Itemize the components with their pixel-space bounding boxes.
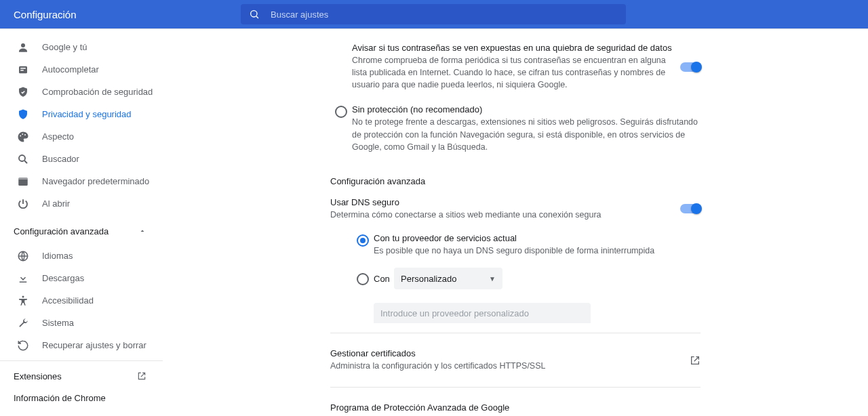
- sidebar-item-label: Comprobación de seguridad: [42, 87, 153, 97]
- setting-desc: Determina cómo conectarse a sitios web m…: [330, 209, 673, 221]
- row-title: Programa de Protección Avanzada de Googl…: [330, 402, 690, 413]
- dns-option-desc: Es posible que no haya un DNS seguro dis…: [374, 245, 701, 257]
- search-placeholder: Buscar ajustes: [271, 9, 328, 20]
- row-manage-certificates[interactable]: Gestionar certificados Administra la con…: [330, 343, 701, 377]
- sidebar-item-label: Descargas: [42, 273, 84, 283]
- open-in-new-icon: [137, 371, 146, 381]
- radio-no-protection[interactable]: [335, 106, 347, 118]
- sidebar-advanced-label: Configuración avanzada: [14, 226, 108, 236]
- main-content: Avisar si tus contraseñas se ven expuest…: [322, 29, 709, 416]
- main-scroll[interactable]: Avisar si tus contraseñas se ven expuest…: [163, 29, 868, 416]
- sidebar-item-label: Sistema: [42, 318, 74, 328]
- svg-point-2: [21, 43, 25, 47]
- sidebar-item-label: Accesibilidad: [42, 295, 94, 306]
- sidebar-extensions-label: Extensiones: [14, 371, 62, 381]
- sidebar-item-label: Aspecto: [42, 131, 74, 142]
- sidebar-item-accessibility[interactable]: Accesibilidad: [0, 289, 163, 312]
- sidebar-item-label: Al abrir: [42, 199, 70, 209]
- svg-point-6: [20, 135, 21, 136]
- sidebar-item-label: Autocompletar: [42, 64, 99, 75]
- sidebar-item-label: Buscador: [42, 154, 79, 164]
- browser-icon: [16, 175, 30, 188]
- svg-rect-4: [20, 68, 26, 69]
- setting-title: Usar DNS seguro: [330, 197, 673, 207]
- svg-rect-14: [20, 281, 27, 283]
- sidebar: Google y tú Autocompletar Comprobación d…: [0, 29, 163, 416]
- palette-icon: [16, 130, 30, 144]
- svg-point-0: [251, 11, 257, 17]
- radio-dns-current[interactable]: [357, 234, 369, 247]
- shield-icon: [16, 108, 30, 121]
- sidebar-item-default-browser[interactable]: Navegador predeterminado: [0, 170, 163, 192]
- setting-no-protection: Sin protección (no recomendado) No te pr…: [330, 98, 701, 159]
- search-icon: [249, 9, 260, 20]
- sidebar-item-google-and-you[interactable]: Google y tú: [0, 36, 163, 58]
- row-title: Gestionar certificados: [330, 348, 690, 358]
- sidebar-item-label: Navegador predeterminado: [42, 176, 149, 186]
- settings-title: Configuración: [0, 9, 241, 20]
- globe-icon: [16, 249, 30, 263]
- svg-rect-5: [20, 70, 24, 71]
- sidebar-item-label: Google y tú: [42, 42, 87, 52]
- dns-custom-provider-input[interactable]: Introduce un proveedor personalizado: [374, 303, 591, 323]
- download-icon: [16, 272, 30, 285]
- dns-option-custom: Con Personalizado ▼: [330, 262, 701, 295]
- shield-check-icon: [16, 85, 30, 99]
- svg-line-10: [24, 161, 27, 163]
- sidebar-item-label: Privacidad y seguridad: [42, 109, 132, 119]
- row-desc: Administra la configuración y los certif…: [330, 360, 690, 372]
- sidebar-item-label: Recuperar ajustes y borrar: [42, 340, 146, 350]
- svg-rect-12: [18, 178, 28, 180]
- sidebar-item-safety-check[interactable]: Comprobación de seguridad: [0, 81, 163, 103]
- sidebar-advanced-toggle[interactable]: Configuración avanzada: [0, 217, 163, 245]
- sidebar-item-reset[interactable]: Recuperar ajustes y borrar: [0, 334, 163, 356]
- toggle-secure-dns[interactable]: [680, 204, 701, 213]
- restore-icon: [16, 339, 30, 352]
- sidebar-item-autofill[interactable]: Autocompletar: [0, 58, 163, 81]
- power-icon: [16, 197, 30, 211]
- autofill-icon: [16, 63, 30, 77]
- svg-point-7: [22, 133, 23, 134]
- chevron-down-icon: ▼: [489, 275, 496, 283]
- svg-point-9: [19, 155, 25, 161]
- dns-provider-dropdown[interactable]: Personalizado ▼: [394, 268, 502, 289]
- sidebar-item-downloads[interactable]: Descargas: [0, 267, 163, 289]
- sidebar-item-privacy-security[interactable]: Privacidad y seguridad: [0, 103, 163, 125]
- sidebar-item-system[interactable]: Sistema: [0, 312, 163, 334]
- svg-point-15: [22, 295, 24, 297]
- setting-title: Avisar si tus contraseñas se ven expuest…: [352, 43, 673, 53]
- svg-point-8: [24, 134, 26, 136]
- radio-dns-custom[interactable]: [357, 273, 369, 285]
- sidebar-item-appearance[interactable]: Aspecto: [0, 125, 163, 148]
- svg-line-1: [256, 16, 258, 18]
- dns-custom-placeholder: Introduce un proveedor personalizado: [380, 308, 529, 318]
- setting-secure-dns: Usar DNS seguro Determina cómo conectars…: [330, 190, 701, 228]
- search-box[interactable]: Buscar ajustes: [241, 4, 626, 24]
- wrench-icon: [16, 316, 30, 330]
- chevron-up-icon: [138, 227, 146, 235]
- sidebar-about-label: Información de Chrome: [14, 393, 106, 403]
- sidebar-extensions-link[interactable]: Extensiones: [0, 365, 163, 387]
- accessibility-icon: [16, 294, 30, 308]
- section-advanced-heading: Configuración avanzada: [330, 176, 701, 186]
- dns-option-title: Con tu proveedor de servicios actual: [374, 233, 701, 243]
- dns-custom-label: Con: [374, 274, 390, 284]
- person-icon: [16, 41, 30, 54]
- sidebar-item-label: Idiomas: [42, 251, 73, 261]
- setting-title: Sin protección (no recomendado): [352, 104, 701, 115]
- dns-option-current-provider: Con tu proveedor de servicios actual Es …: [330, 228, 701, 262]
- dns-dropdown-value: Personalizado: [401, 274, 456, 284]
- setting-password-breach: Avisar si tus contraseñas se ven expuest…: [330, 36, 701, 98]
- sidebar-item-on-startup[interactable]: Al abrir: [0, 192, 163, 215]
- sidebar-item-search-engine[interactable]: Buscador: [0, 148, 163, 170]
- sidebar-item-languages[interactable]: Idiomas: [0, 245, 163, 267]
- toggle-password-breach[interactable]: [680, 62, 701, 72]
- search-icon: [16, 152, 30, 166]
- open-in-new-icon: [690, 355, 701, 366]
- sidebar-about-link[interactable]: Información de Chrome: [0, 387, 163, 409]
- setting-desc: No te protege frente a descargas, extens…: [352, 116, 701, 152]
- setting-desc: Chrome comprueba de forma periódica si t…: [352, 54, 673, 91]
- row-advanced-protection[interactable]: Programa de Protección Avanzada de Googl…: [330, 397, 701, 416]
- topbar: Configuración Buscar ajustes: [0, 0, 868, 28]
